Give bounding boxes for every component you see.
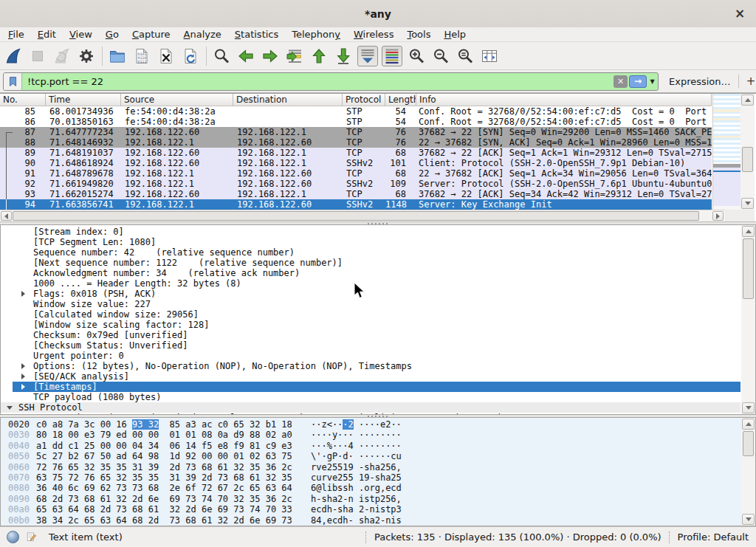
packet-minimap[interactable]	[712, 94, 740, 210]
scroll-down-button[interactable]	[742, 514, 755, 525]
filter-clear-button[interactable]: ✕	[614, 75, 628, 88]
start-capture-button[interactable]	[3, 46, 24, 66]
menu-item-capture[interactable]: Capture	[126, 28, 177, 41]
hex-row[interactable]: 007063 75 72 76 65 32 35 35 31 39 2d 73 …	[1, 472, 740, 483]
detail-line[interactable]: Checksum: 0x79ed [unverified]	[1, 330, 740, 340]
packet-row-92[interactable]: 9271.661949820192.168.122.1192.168.122.6…	[0, 179, 712, 189]
scroll-up-button[interactable]	[741, 94, 754, 106]
scrollbar-thumb[interactable]	[13, 211, 699, 221]
resize-columns-button[interactable]	[479, 46, 500, 66]
close-file-button[interactable]	[156, 46, 176, 66]
scroll-left-button[interactable]	[1, 211, 12, 221]
detail-line[interactable]: SSH Protocol	[1, 402, 740, 413]
expression-button[interactable]: Expression…	[669, 76, 731, 87]
packet-row-91[interactable]: 9171.648789678192.168.122.1192.168.122.6…	[0, 168, 712, 179]
packet-row-88[interactable]: 8871.648146932192.168.122.1192.168.122.6…	[0, 137, 712, 148]
detail-line[interactable]: Flags: 0x018 (PSH, ACK)	[1, 289, 740, 299]
packet-row-89[interactable]: 8971.648191037192.168.122.60192.168.122.…	[0, 148, 712, 158]
close-button[interactable]: ×	[732, 6, 747, 21]
go-back-button[interactable]	[236, 46, 256, 66]
hex-row[interactable]: 00b038 34 2c 65 63 64 68 2d 73 68 61 32 …	[1, 515, 740, 526]
find-packet-button[interactable]	[211, 46, 232, 66]
menu-item-telephony[interactable]: Telephony	[285, 28, 347, 41]
filter-bookmark-button[interactable]	[4, 73, 22, 90]
capture-options-button[interactable]	[76, 46, 97, 66]
go-forward-button[interactable]	[260, 46, 281, 66]
details-vscrollbar[interactable]	[741, 225, 755, 414]
expander-icon[interactable]	[7, 406, 13, 410]
expander-icon[interactable]	[21, 374, 25, 379]
restart-capture-button[interactable]	[52, 46, 72, 66]
detail-line[interactable]: Options: (12 bytes), No-Operation (NOP),…	[1, 361, 740, 371]
expander-icon[interactable]	[21, 384, 25, 390]
packet-row-90[interactable]: 9071.648618924192.168.122.60192.168.122.…	[0, 158, 712, 168]
menu-item-help[interactable]: Help	[437, 28, 472, 41]
open-file-button[interactable]	[107, 46, 128, 66]
go-first-button[interactable]	[309, 46, 329, 66]
bytes-vscrollbar[interactable]	[741, 418, 755, 526]
add-filter-button[interactable]: +	[746, 75, 756, 88]
capture-comment-icon[interactable]	[26, 531, 37, 543]
detail-line[interactable]: [Stream index: 0]	[1, 227, 740, 237]
column-header-no[interactable]: No.	[0, 94, 46, 106]
hex-row[interactable]: 0040a1 dd c1 25 00 00 04 34 06 14 f5 e8 …	[1, 441, 740, 451]
scroll-up-button[interactable]	[742, 226, 755, 237]
zoom-out-button[interactable]	[430, 46, 451, 66]
auto-scroll-toggle[interactable]	[357, 46, 378, 66]
detail-line[interactable]: [TCP Segment Len: 1080]	[1, 237, 740, 247]
packet-list-hscrollbar[interactable]	[0, 210, 725, 221]
expander-icon[interactable]	[21, 291, 25, 297]
hex-row[interactable]: 00a065 63 64 68 2d 73 68 61 32 2d 6e 69 …	[1, 504, 740, 515]
column-header-length[interactable]: Length	[385, 94, 416, 106]
menu-item-wireless[interactable]: Wireless	[347, 28, 400, 41]
hex-row[interactable]: 006072 76 65 32 35 35 31 39 2d 73 68 61 …	[1, 462, 740, 472]
detail-line[interactable]: Acknowledgment number: 34 (relative ack …	[1, 268, 740, 278]
scroll-down-button[interactable]	[742, 402, 755, 413]
detail-line[interactable]: Window size value: 227	[1, 299, 740, 309]
hex-row[interactable]: 0020c0 a8 7a 3c 00 16 93 32 85 a3 ac c0 …	[1, 419, 740, 430]
colorize-toggle[interactable]	[382, 46, 402, 66]
expander-icon[interactable]	[21, 363, 25, 369]
packet-row-87[interactable]: 8771.647777234192.168.122.60192.168.122.…	[0, 127, 712, 137]
packet-list-vscrollbar[interactable]	[740, 94, 755, 210]
filter-dropdown-caret[interactable]: ▼	[647, 78, 658, 85]
expert-info-icon[interactable]	[7, 531, 19, 543]
detail-line[interactable]: TCP payload (1080 bytes)	[1, 392, 740, 402]
zoom-in-button[interactable]	[406, 46, 427, 66]
menu-item-analyze[interactable]: Analyze	[177, 28, 228, 41]
scrollbar-thumb[interactable]	[742, 147, 753, 172]
detail-line[interactable]: Sequence number: 42 (relative sequence n…	[1, 247, 740, 258]
go-to-packet-button[interactable]	[284, 46, 305, 66]
packet-row-86[interactable]: 8670.013850163fe:54:00:d4:38:2aSTP54Conf…	[0, 117, 712, 127]
detail-line[interactable]: Urgent pointer: 0	[1, 351, 740, 361]
hex-row[interactable]: 003080 18 00 e3 79 ed 00 00 01 01 08 0a …	[1, 430, 740, 440]
packet-row-94[interactable]: 9471.663856741192.168.122.1192.168.122.6…	[0, 199, 712, 210]
menu-item-statistics[interactable]: Statistics	[228, 28, 285, 41]
menu-item-go[interactable]: Go	[99, 28, 126, 41]
packet-row-85[interactable]: 8568.001734936fe:54:00:d4:38:2aSTP54Conf…	[0, 106, 712, 117]
reload-file-button[interactable]	[180, 46, 201, 66]
go-last-button[interactable]	[333, 46, 354, 66]
detail-line[interactable]: [Window size scaling factor: 128]	[1, 320, 740, 330]
filter-apply-button[interactable]: →	[629, 75, 647, 88]
stop-capture-button[interactable]	[27, 46, 48, 66]
scroll-right-button[interactable]	[712, 211, 724, 221]
detail-line[interactable]: [Checksum Status: Unverified]	[1, 340, 740, 351]
column-header-info[interactable]: Info	[416, 94, 712, 106]
hex-row[interactable]: 009068 2d 73 68 61 32 2d 6e 69 73 74 70 …	[1, 494, 740, 504]
scroll-down-button[interactable]	[741, 198, 754, 209]
packet-row-93[interactable]: 9371.662015274192.168.122.60192.168.122.…	[0, 189, 712, 199]
menu-item-tools[interactable]: Tools	[400, 28, 437, 41]
menu-item-view[interactable]: View	[63, 28, 99, 41]
scrollbar-thumb[interactable]	[743, 238, 754, 299]
filter-input[interactable]: !tcp.port == 22	[22, 76, 612, 87]
hex-row[interactable]: 00505c 27 b2 67 50 ad 64 98 1d 92 00 00 …	[1, 451, 740, 461]
detail-line[interactable]: [SEQ/ACK analysis]	[1, 371, 740, 382]
menu-item-file[interactable]: File	[1, 28, 31, 41]
title-bar[interactable]: *any ×	[0, 0, 756, 28]
detail-line[interactable]: [Calculated window size: 29056]	[1, 309, 740, 320]
column-header-time[interactable]: Time	[46, 94, 121, 106]
menu-item-edit[interactable]: Edit	[31, 28, 63, 41]
save-file-button[interactable]: 010101100111	[131, 46, 152, 66]
scrollbar-thumb[interactable]	[743, 431, 754, 456]
